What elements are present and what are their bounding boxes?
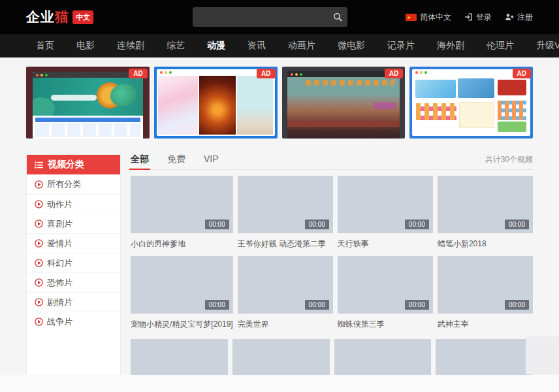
language-selector[interactable]: ★ 简体中文 [406,12,451,23]
banner3-game-scene [287,77,400,139]
traffic-dot-yellow [165,71,167,74]
video-card[interactable]: 00:00 完美世界 [238,256,333,336]
category-label: 科幻片 [47,257,72,269]
video-title[interactable]: 宠物小精灵/精灵宝可梦[2019] [131,319,233,329]
filter-tab[interactable]: 免费 [167,154,185,169]
video-card[interactable]: 00:00 蜡笔小新2018 [438,176,533,256]
video-title[interactable]: 完美世界 [238,319,333,329]
list-icon [35,161,43,169]
video-card[interactable]: 00:00 天行轶事 [338,176,433,256]
sidebar-category-item[interactable]: 动作片 [27,194,120,214]
video-card[interactable]: 00:00 武神主宰 [438,256,533,336]
ad-banner-1[interactable]: AD [26,67,150,139]
duration-badge: 00:00 [305,220,329,229]
duration-badge: 00:00 [505,300,529,310]
video-title[interactable]: 天行轶事 [338,239,433,248]
nav-item[interactable]: 微电影 [338,40,365,52]
play-circle-icon [35,220,43,228]
banner4-browser-window [412,69,530,136]
banner4-hero-block [415,80,456,98]
sidebar-category-item[interactable]: 剧情片 [27,292,120,312]
ad-banner-row: AD AD [26,67,533,139]
category-label: 爱情片 [47,238,72,250]
video-thumbnail[interactable]: 00:00 [131,176,233,233]
video-title[interactable]: 武神主宰 [438,319,533,329]
sidebar-category-item[interactable]: 喜剧片 [27,214,120,233]
logo-language-badge: 中文 [72,10,93,24]
video-title[interactable]: 蜘蛛侠第三季 [338,319,433,329]
ad-banner-4[interactable]: AD [409,67,533,139]
login-link[interactable]: 登录 [464,12,492,23]
nav-item[interactable]: 首页 [36,40,54,52]
register-link[interactable]: 注册 [505,12,533,23]
logo-text-red: 猫 [55,8,69,26]
video-title[interactable]: 小白的男神爹地 [131,239,233,248]
play-circle-icon [35,318,43,326]
video-thumbnail[interactable]: 00:00 [238,176,333,233]
nav-item[interactable]: 升级VIP [536,40,559,52]
duration-badge: 00:00 [305,300,329,310]
nav-item[interactable]: 海外剧 [437,40,464,52]
video-card[interactable]: 00:00 宠物小精灵/精灵宝可梦[2019] [131,256,233,336]
video-thumbnail[interactable]: 00:00 [438,256,533,314]
banner2-game-panels [157,76,275,136]
play-circle-icon [35,259,43,267]
nav-item[interactable]: 动画片 [288,40,315,52]
play-circle-icon [35,298,43,306]
video-thumbnail[interactable]: 00:00 [338,176,433,233]
nav-item[interactable]: 电影 [76,40,95,52]
language-label: 简体中文 [420,12,451,23]
category-label: 动作片 [47,199,72,210]
register-label: 注册 [517,12,533,23]
video-thumbnail[interactable]: 00:00 [438,176,533,233]
banner3-browser-window [287,71,400,139]
sidebar-category-item[interactable]: 爱情片 [27,233,120,253]
filter-tab[interactable]: VIP [204,154,219,169]
search-button[interactable] [328,7,347,27]
site-logo[interactable]: 企业猫 中文 [26,0,93,34]
banner4-red-block [498,80,526,95]
video-count-label: 共计30个视频 [485,154,533,169]
video-thumbnail[interactable]: 00:00 [131,256,233,314]
traffic-dot-red [36,74,39,76]
category-label: 喜剧片 [47,218,72,230]
sidebar-category-item[interactable]: 战争片 [27,312,120,331]
nav-item[interactable]: 连续剧 [117,40,144,52]
video-title[interactable]: 王爷你好贱 动态漫第二季 [238,239,333,248]
nav-item[interactable]: 综艺 [167,40,185,52]
nav-item[interactable]: 伦理片 [487,40,514,52]
duration-badge: 00:00 [505,220,529,229]
category-label: 恐怖片 [47,277,72,289]
nav-item[interactable]: 记录片 [387,40,415,52]
video-title[interactable]: 蜡笔小新2018 [438,239,533,248]
video-card[interactable]: 00:00 蜘蛛侠第三季 [338,256,433,336]
login-label: 登录 [476,12,492,23]
video-card[interactable]: 00:00 王爷你好贱 动态漫第二季 [238,176,333,256]
play-circle-icon [35,180,43,189]
sidebar-category-item[interactable]: 恐怖片 [27,272,120,292]
search-input[interactable] [193,7,328,27]
category-label: 剧情片 [47,297,72,308]
traffic-dot-green [424,71,427,74]
play-circle-icon [35,200,43,208]
banner1-hero [33,78,143,116]
user-plus-icon [505,13,514,21]
video-thumbnail[interactable]: 00:00 [338,256,433,314]
sidebar-category-item[interactable]: 科幻片 [27,253,120,272]
play-circle-icon [35,239,43,248]
ad-banner-3[interactable]: AD [282,67,406,139]
nav-item[interactable]: 动漫 [207,40,225,52]
duration-badge: 00:00 [205,300,229,310]
banner1-link-buttons [35,123,140,137]
nav-item[interactable]: 资讯 [248,40,266,52]
banner4-green-block [498,122,526,132]
banner4-icon-grid-2 [498,101,526,120]
video-card[interactable]: 00:00 小白的男神爹地 [131,176,233,256]
sidebar-category-item[interactable]: 所有分类 [27,174,120,194]
ad-banner-2[interactable]: AD [154,67,278,139]
banner1-browser-window [33,72,143,139]
video-thumbnail[interactable]: 00:00 [238,256,333,314]
filter-tab[interactable]: 全部 [131,154,149,169]
search-box [193,7,347,27]
traffic-dot-green [45,74,48,76]
